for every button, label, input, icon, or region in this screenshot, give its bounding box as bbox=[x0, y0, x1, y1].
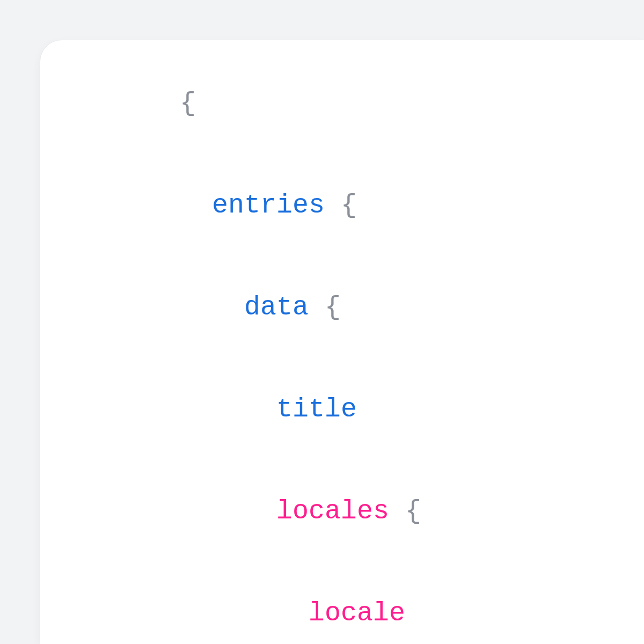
brace-open: { bbox=[341, 190, 357, 221]
field-entries: entries bbox=[212, 190, 325, 221]
code-line: { bbox=[40, 78, 644, 129]
field-title: title bbox=[276, 394, 357, 425]
brace-open: { bbox=[180, 88, 196, 119]
code-block: { entries{ data{ title locales{ locale s… bbox=[40, 40, 644, 644]
code-card: { entries{ data{ title locales{ locale s… bbox=[40, 40, 644, 644]
brace-open: { bbox=[325, 292, 341, 323]
code-line: locale bbox=[40, 588, 644, 639]
field-data: data bbox=[244, 292, 309, 323]
brace-open: { bbox=[405, 496, 421, 526]
code-line: data{ bbox=[40, 282, 644, 333]
field-locale: locale bbox=[309, 598, 405, 628]
code-line: locales{ bbox=[40, 486, 644, 537]
code-line: title bbox=[40, 384, 644, 435]
code-line: entries{ bbox=[40, 180, 644, 231]
field-locales: locales bbox=[276, 496, 389, 526]
